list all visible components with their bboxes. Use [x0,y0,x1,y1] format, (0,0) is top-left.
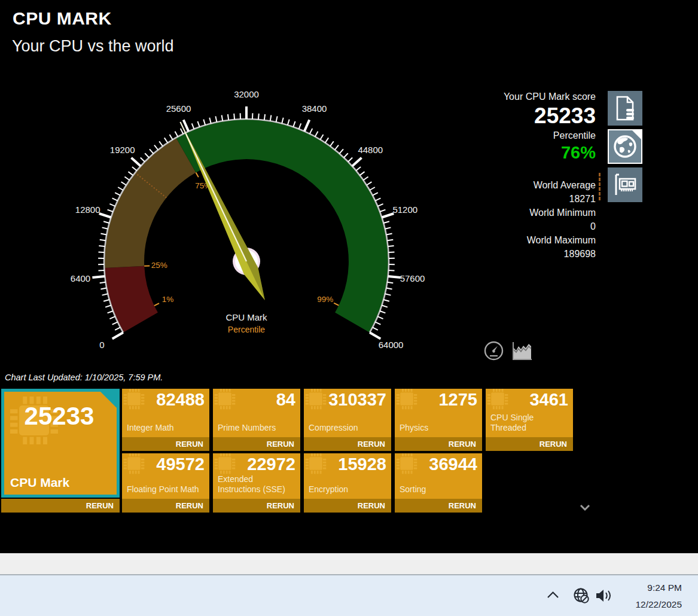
rerun-button[interactable]: RERUN [1,499,120,513]
chart-view-button[interactable] [511,341,534,363]
rerun-button[interactable]: RERUN [395,499,482,513]
gauge-tick [109,316,115,319]
gauge-tick [103,221,109,223]
world-globe-icon [612,133,638,160]
gauge-tick-label: 32000 [234,89,259,99]
gauge-tick [299,123,301,129]
scroll-down-button[interactable] [580,502,590,513]
gauge-center-label: CPU Mark [225,312,267,322]
rerun-button[interactable]: RERUN [213,499,300,513]
tile-label: Physics [395,423,482,437]
gauge-tick-label: 64000 [379,340,404,350]
clock[interactable]: 9:24 PM 12/22/2025 [635,580,682,613]
gauge-tick-label: 44800 [358,145,383,155]
gauge-tick [344,153,348,157]
gauge-tick-label: 57600 [400,273,425,283]
gauge-tick-label: 38400 [302,103,327,114]
world-results-button[interactable] [608,129,642,164]
benchmark-tile: 84 Prime Numbers RERUN [213,389,300,451]
benchmark-tile-body: 1275 Physics [395,389,482,437]
tile-value: 36944 [395,453,482,474]
percentile-value: 76% [504,142,596,163]
gauge-view-button[interactable] [483,340,504,364]
gauge-tick [360,172,365,175]
gauge-tick [389,270,395,271]
gauge-tick [141,158,145,162]
tile-value: 15928 [304,453,391,474]
benchmark-tile: 3461 CPU Single Threaded RERUN [486,389,573,451]
gauge-band [176,120,388,332]
gauge-tick [100,240,106,240]
gauge-tick [375,198,380,200]
gauge-tick [375,322,380,324]
volume-button[interactable] [595,587,612,606]
gauge-tick [335,145,339,150]
rerun-button[interactable]: RERUN [486,437,573,451]
benchmark-tile-body: 82488 Integer Math [122,389,209,437]
percentile-tick [154,303,159,306]
gauge-tick-label: 51200 [392,205,417,215]
gauge-tick [129,172,133,175]
gauge-band [105,138,196,268]
gauge-tick [382,214,394,218]
volume-icon [595,587,612,604]
gauge-tick [380,210,385,212]
tray-expand-button[interactable] [547,590,559,601]
report-button[interactable] [608,91,642,126]
benchmark-tile: 22972 Extended Instructions (SSE) RERUN [213,453,300,513]
gauge-tick [228,114,228,120]
report-document-icon [613,95,637,121]
tile-label: Extended Instructions (SSE) [213,474,300,499]
gauge-tick [377,316,383,319]
world-maximum-label: World Maximum [504,233,596,247]
gauge-tick [380,311,385,313]
tile-value: 82488 [122,389,209,410]
score-panel: Your CPU Mark score 25233 Percentile 76%… [504,90,596,261]
gauge-tick [293,121,295,127]
gauge-tick [315,132,318,137]
network-status-button[interactable] [573,587,590,606]
gauge-tick [108,311,113,313]
gauge-tick [203,120,205,126]
gauge-tick [282,118,284,124]
percentile-tick-label: 99% [317,295,333,304]
tile-label: CPU Single Threaded [486,413,573,437]
tile-value: 84 [213,389,300,410]
percentile-tick [334,303,339,306]
tile-label: Integer Math [122,423,209,437]
gauge-tick [103,300,109,301]
rerun-button[interactable]: RERUN [213,437,300,451]
benchmark-tile-body: 310337 Compression [304,389,391,437]
rerun-button[interactable]: RERUN [304,499,391,513]
tile-label: CPU Mark [4,477,117,495]
clock-date: 12/22/2025 [635,596,682,613]
gauge-tick [105,306,111,307]
rerun-button[interactable]: RERUN [304,437,391,451]
gauge-tick [99,270,105,271]
chevron-down-icon [580,504,590,511]
gauge-tick [175,132,178,137]
benchmark-tile-body: 36944 Sorting [395,453,482,499]
gauge-tick [234,114,234,120]
gauge-tick [348,158,352,162]
gauge-tick [109,204,115,206]
gauge-tick-label: 19200 [110,145,135,155]
gauge-tick [115,327,120,330]
gauge-tick [377,204,383,206]
chart-last-updated: Chart Last Updated: 1/10/2025, 7:59 PM. [5,373,163,382]
gauge-tick [330,141,334,146]
gauge-tick-label: 12800 [75,205,100,215]
hardware-button[interactable] [608,167,642,202]
rerun-button[interactable]: RERUN [122,437,209,451]
gauge-tick [310,129,313,134]
network-offline-icon [573,587,590,604]
rerun-button[interactable]: RERUN [395,437,482,451]
gauge-tick [386,288,392,289]
gauge-tick [145,153,149,157]
gauge-tick [154,145,158,150]
rerun-button[interactable]: RERUN [122,499,209,513]
gauge-tick [325,138,329,142]
world-minimum-value: 0 [504,219,596,233]
gauge-tick [100,234,106,235]
world-average-marker-legend [599,173,601,200]
